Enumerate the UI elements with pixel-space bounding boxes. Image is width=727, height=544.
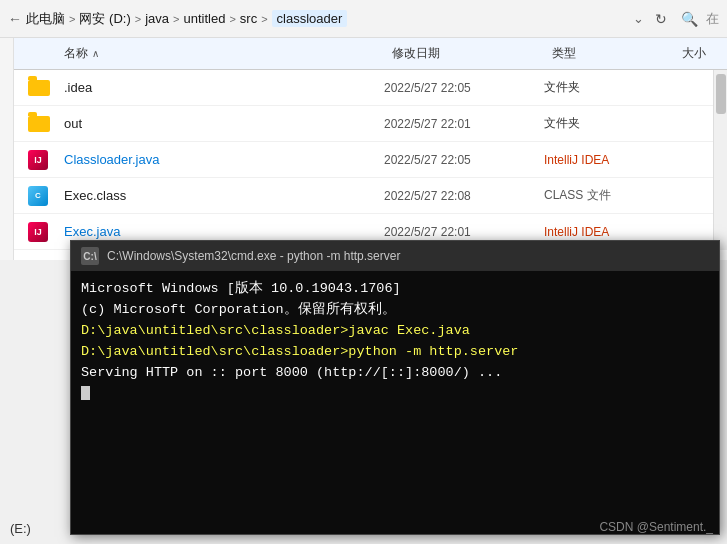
drive-label: (E:) — [10, 521, 31, 536]
address-back-icon[interactable]: ← — [8, 11, 22, 27]
nav-panel-stub — [0, 38, 14, 260]
file-name: .idea — [64, 80, 384, 95]
cmd-title-text: C:\Windows\System32\cmd.exe - python -m … — [107, 249, 400, 263]
table-row[interactable]: .idea 2022/5/27 22:05 文件夹 — [14, 70, 727, 106]
dropdown-icon[interactable]: ⌄ — [633, 11, 644, 26]
explorer-window: ← 此电脑 > 网安 (D:) > java > untitled > src … — [0, 0, 727, 260]
cmd-app-icon: C:\ — [81, 247, 99, 265]
file-date: 2022/5/27 22:05 — [384, 81, 544, 95]
file-type: IntelliJ IDEA — [544, 153, 674, 167]
search-icon[interactable]: 🔍 — [678, 8, 700, 30]
file-date: 2022/5/27 22:01 — [384, 225, 544, 239]
class-icon: C — [28, 186, 48, 206]
file-name: out — [64, 116, 384, 131]
chevron-icon-3: > — [173, 13, 179, 25]
file-name: Exec.java — [64, 224, 384, 239]
file-date: 2022/5/27 22:01 — [384, 117, 544, 131]
address-bar[interactable]: ← 此电脑 > 网安 (D:) > java > untitled > src … — [0, 0, 727, 38]
file-icon-cell — [14, 116, 64, 132]
file-icon-cell: IJ — [14, 150, 64, 170]
more-text: 在 — [706, 10, 719, 28]
path-computer[interactable]: 此电脑 — [26, 10, 65, 28]
file-name: Classloader.java — [64, 152, 384, 167]
cmd-line: Serving HTTP on :: port 8000 (http://[::… — [81, 363, 709, 384]
file-table: 名称 ∧ 修改日期 类型 大小 .idea 2022/5/27 22:05 文件… — [0, 38, 727, 260]
col-header-size[interactable]: 大小 — [674, 45, 727, 62]
cmd-titlebar: C:\ C:\Windows\System32\cmd.exe - python… — [71, 241, 719, 271]
chevron-icon-2: > — [135, 13, 141, 25]
cmd-line: D:\java\untitled\src\classloader>javac E… — [81, 321, 709, 342]
cursor-block — [81, 386, 90, 400]
col-header-date[interactable]: 修改日期 — [384, 45, 544, 62]
address-bar-icons: ⌄ ↻ 🔍 在 — [633, 8, 719, 30]
table-header: 名称 ∧ 修改日期 类型 大小 — [14, 38, 727, 70]
table-row[interactable]: IJ Classloader.java 2022/5/27 22:05 Inte… — [14, 142, 727, 178]
file-type: 文件夹 — [544, 115, 674, 132]
chevron-icon-1: > — [69, 13, 75, 25]
file-name: Exec.class — [64, 188, 384, 203]
scrollbar-thumb[interactable] — [716, 74, 726, 114]
folder-icon — [28, 80, 50, 96]
csdn-watermark: CSDN @Sentiment._ — [599, 520, 713, 534]
chevron-icon-5: > — [261, 13, 267, 25]
cmd-cursor-line — [81, 384, 709, 405]
path-java[interactable]: java — [145, 11, 169, 26]
file-type: CLASS 文件 — [544, 187, 674, 204]
table-row[interactable]: C Exec.class 2022/5/27 22:08 CLASS 文件 — [14, 178, 727, 214]
path-drive[interactable]: 网安 (D:) — [79, 10, 130, 28]
path-classloader[interactable]: classloader — [272, 10, 348, 27]
file-date: 2022/5/27 22:05 — [384, 153, 544, 167]
table-row[interactable]: out 2022/5/27 22:01 文件夹 — [14, 106, 727, 142]
cmd-line: Microsoft Windows [版本 10.0.19043.1706] — [81, 279, 709, 300]
folder-icon — [28, 116, 50, 132]
intellij-icon: IJ — [28, 150, 48, 170]
cmd-line: (c) Microsoft Corporation。保留所有权利。 — [81, 300, 709, 321]
file-icon-cell: IJ — [14, 222, 64, 242]
refresh-icon[interactable]: ↻ — [650, 8, 672, 30]
col-header-name[interactable]: 名称 ∧ — [14, 45, 384, 62]
cmd-window[interactable]: C:\ C:\Windows\System32\cmd.exe - python… — [70, 240, 720, 535]
cmd-body: Microsoft Windows [版本 10.0.19043.1706](c… — [71, 271, 719, 534]
sort-arrow-icon: ∧ — [92, 48, 99, 59]
chevron-icon-4: > — [229, 13, 235, 25]
file-rows-container: .idea 2022/5/27 22:05 文件夹 out 2022/5/27 … — [14, 70, 727, 250]
address-path: 此电脑 > 网安 (D:) > java > untitled > src > … — [26, 10, 347, 28]
cmd-line: D:\java\untitled\src\classloader>python … — [81, 342, 709, 363]
file-icon-cell: C — [14, 186, 64, 206]
intellij-icon: IJ — [28, 222, 48, 242]
file-type: 文件夹 — [544, 79, 674, 96]
path-src[interactable]: src — [240, 11, 257, 26]
vertical-scrollbar[interactable] — [713, 70, 727, 250]
file-icon-cell — [14, 80, 64, 96]
file-type: IntelliJ IDEA — [544, 225, 674, 239]
path-untitled[interactable]: untitled — [183, 11, 225, 26]
file-date: 2022/5/27 22:08 — [384, 189, 544, 203]
col-header-type[interactable]: 类型 — [544, 45, 674, 62]
